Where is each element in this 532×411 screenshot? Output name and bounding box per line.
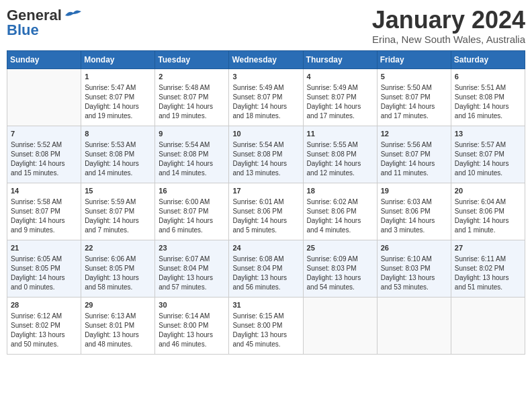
cell-text: Daylight: 14 hours (307, 216, 373, 226)
calendar-cell: 7Sunrise: 5:52 AMSunset: 8:08 PMDaylight… (7, 126, 81, 183)
day-number: 22 (85, 243, 151, 253)
logo-bird-icon (64, 9, 83, 22)
cell-text: and 15 minutes. (11, 169, 77, 178)
cell-text: Sunset: 8:07 PM (307, 93, 373, 102)
cell-text: Sunset: 8:07 PM (455, 150, 521, 159)
cell-text: Daylight: 13 hours (455, 273, 521, 283)
calendar-cell: 6Sunrise: 5:51 AMSunset: 8:08 PMDaylight… (451, 68, 525, 126)
cell-text: Daylight: 13 hours (159, 273, 225, 283)
cell-text: and 14 minutes. (85, 169, 151, 178)
cell-text: and 51 minutes. (455, 283, 521, 292)
cell-text: Daylight: 14 hours (455, 159, 521, 169)
cell-text: Sunrise: 5:50 AM (381, 83, 447, 93)
cell-text: Sunrise: 6:09 AM (307, 255, 373, 264)
cell-text: Sunrise: 5:54 AM (159, 140, 225, 150)
cell-text: Sunset: 8:08 PM (85, 150, 151, 159)
day-number: 10 (232, 129, 299, 139)
cell-text: and 56 minutes. (232, 283, 299, 292)
cell-text: Sunrise: 6:02 AM (307, 197, 373, 207)
cell-text: Daylight: 14 hours (85, 216, 151, 226)
cell-text: Daylight: 14 hours (381, 102, 447, 111)
calendar-cell: 2Sunrise: 5:48 AMSunset: 8:07 PMDaylight… (155, 68, 229, 126)
day-number: 4 (307, 72, 373, 82)
cell-text: Sunset: 8:00 PM (159, 321, 225, 330)
calendar-cell (7, 68, 81, 126)
cell-text: Sunrise: 6:04 AM (455, 197, 521, 207)
cell-text: Sunset: 8:05 PM (11, 264, 77, 273)
cell-text: and 50 minutes. (11, 340, 77, 349)
cell-text: and 0 minutes. (11, 283, 77, 292)
cell-text: Sunset: 8:08 PM (455, 93, 521, 102)
calendar-cell: 25Sunrise: 6:09 AMSunset: 8:03 PMDayligh… (303, 240, 377, 297)
cell-text: Sunset: 8:03 PM (381, 264, 447, 273)
day-number: 7 (11, 129, 77, 139)
cell-text: and 12 minutes. (307, 169, 373, 178)
cell-text: Sunrise: 5:49 AM (307, 83, 373, 93)
cell-text: Sunset: 8:05 PM (85, 264, 151, 273)
month-title: January 2024 (372, 7, 525, 34)
calendar-day-header: Thursday (303, 50, 377, 68)
calendar-cell: 3Sunrise: 5:49 AMSunset: 8:07 PMDaylight… (229, 68, 303, 126)
cell-text: Sunset: 8:07 PM (381, 150, 447, 159)
cell-text: and 5 minutes. (232, 226, 299, 235)
calendar-cell (303, 297, 377, 354)
cell-text: and 57 minutes. (159, 283, 225, 292)
calendar-cell (377, 297, 451, 354)
cell-text: and 6 minutes. (159, 226, 225, 235)
cell-text: Daylight: 13 hours (159, 330, 225, 340)
cell-text: Sunrise: 5:57 AM (455, 140, 521, 150)
cell-text: Sunset: 8:08 PM (232, 150, 299, 159)
cell-text: and 17 minutes. (307, 111, 373, 121)
cell-text: Sunrise: 5:48 AM (159, 83, 225, 93)
cell-text: Sunset: 8:07 PM (159, 207, 225, 216)
day-number: 8 (85, 129, 151, 139)
calendar-cell: 11Sunrise: 5:55 AMSunset: 8:08 PMDayligh… (303, 126, 377, 183)
cell-text: and 19 minutes. (159, 111, 225, 121)
cell-text: Sunrise: 5:59 AM (85, 197, 151, 207)
cell-text: Sunset: 8:07 PM (11, 207, 77, 216)
cell-text: Sunrise: 6:03 AM (381, 197, 447, 207)
cell-text: Sunrise: 5:56 AM (381, 140, 447, 150)
cell-text: Sunset: 8:06 PM (381, 207, 447, 216)
day-number: 11 (307, 129, 373, 139)
location-subtitle: Erina, New South Wales, Australia (372, 34, 525, 45)
cell-text: and 9 minutes. (11, 226, 77, 235)
day-number: 12 (381, 129, 447, 139)
day-number: 17 (232, 186, 299, 196)
cell-text: Sunrise: 5:53 AM (85, 140, 151, 150)
day-number: 30 (159, 300, 225, 310)
cell-text: Daylight: 14 hours (159, 102, 225, 111)
calendar-cell: 31Sunrise: 6:15 AMSunset: 8:00 PMDayligh… (229, 297, 303, 354)
cell-text: Daylight: 14 hours (381, 159, 447, 169)
cell-text: Sunset: 8:06 PM (232, 207, 299, 216)
cell-text: Sunrise: 6:07 AM (159, 255, 225, 264)
cell-text: Sunset: 8:03 PM (307, 264, 373, 273)
calendar-cell: 27Sunrise: 6:11 AMSunset: 8:02 PMDayligh… (451, 240, 525, 297)
cell-text: Daylight: 14 hours (455, 102, 521, 111)
cell-text: Sunrise: 5:47 AM (85, 83, 151, 93)
calendar-cell: 19Sunrise: 6:03 AMSunset: 8:06 PMDayligh… (377, 183, 451, 240)
cell-text: and 4 minutes. (307, 226, 373, 235)
calendar-week-row: 1Sunrise: 5:47 AMSunset: 8:07 PMDaylight… (7, 68, 525, 126)
cell-text: Daylight: 14 hours (11, 216, 77, 226)
cell-text: Daylight: 14 hours (85, 159, 151, 169)
calendar-cell: 21Sunrise: 6:05 AMSunset: 8:05 PMDayligh… (7, 240, 81, 297)
cell-text: Daylight: 14 hours (307, 159, 373, 169)
cell-text: Sunrise: 5:54 AM (232, 140, 299, 150)
cell-text: and 10 minutes. (455, 169, 521, 178)
calendar-table: SundayMondayTuesdayWednesdayThursdayFrid… (7, 50, 525, 355)
day-number: 15 (85, 186, 151, 196)
cell-text: and 18 minutes. (232, 111, 299, 121)
cell-text: Sunrise: 6:11 AM (455, 255, 521, 264)
calendar-week-row: 14Sunrise: 5:58 AMSunset: 8:07 PMDayligh… (7, 183, 525, 240)
day-number: 27 (455, 243, 521, 253)
calendar-cell: 4Sunrise: 5:49 AMSunset: 8:07 PMDaylight… (303, 68, 377, 126)
cell-text: Daylight: 14 hours (159, 216, 225, 226)
cell-text: Daylight: 13 hours (232, 273, 299, 283)
calendar-cell: 28Sunrise: 6:12 AMSunset: 8:02 PMDayligh… (7, 297, 81, 354)
day-number: 2 (159, 72, 225, 82)
cell-text: Daylight: 14 hours (232, 102, 299, 111)
calendar-cell: 17Sunrise: 6:01 AMSunset: 8:06 PMDayligh… (229, 183, 303, 240)
cell-text: and 3 minutes. (381, 226, 447, 235)
cell-text: and 46 minutes. (159, 340, 225, 349)
